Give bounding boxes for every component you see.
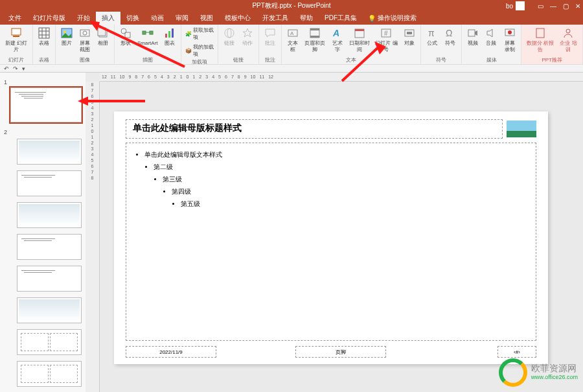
ribbon-display-icon[interactable]: ▭ [538,3,543,10]
header-footer-icon [309,27,321,39]
svg-text:#: # [384,30,388,37]
album-button[interactable]: 相册 [95,26,111,54]
svg-rect-2 [39,28,49,38]
layout-thumbnail-1[interactable] [17,139,82,165]
textbox-button[interactable]: A 文本框 [284,26,301,54]
layout-thumbnail-8[interactable] [17,361,82,387]
minimize-icon[interactable]: — [550,3,556,10]
tab-file[interactable]: 文件 [3,12,27,25]
comment-button[interactable]: 批注 [262,26,279,48]
thumbnail-panel[interactable]: 1 2 [0,73,86,392]
tell-me-label: 操作说明搜索 [378,14,417,23]
wordart-button[interactable]: A 艺术字 [329,26,346,54]
training-label: 企业 培训 [559,40,578,53]
svg-rect-15 [143,31,146,34]
tab-pdf-tools[interactable]: PDF工具集 [319,12,363,25]
undo-icon[interactable]: ↶ [4,65,9,72]
master-thumbnail[interactable] [10,87,82,122]
body-level-4: 第四级 [172,187,527,196]
new-slide-button[interactable]: 新建 幻灯片 [3,26,30,54]
link-label: 链接 [224,40,234,47]
chart-label: 图表 [165,40,175,47]
tab-insert[interactable]: 插入 [96,12,120,25]
body-placeholder[interactable]: 单击此处编辑母版文本样式 第二级 第三级 第四级 第五级 [126,143,536,341]
tab-templates[interactable]: 模板中心 [219,12,257,25]
maximize-icon[interactable]: ▢ [563,3,569,10]
symbol-icon: Ω [444,27,456,39]
tab-view[interactable]: 视图 [194,12,219,25]
equation-label: 公式 [427,40,437,47]
tab-review[interactable]: 审阅 [170,12,194,25]
title-placeholder[interactable]: 单击此处编辑母版标题样式 [126,119,503,139]
window-controls: ▭ — ▢ ✕ [538,3,580,10]
user-area[interactable]: bo [506,1,525,10]
image-placeholder[interactable] [507,121,536,137]
layout-thumbnail-2[interactable] [17,170,82,196]
tell-me-search[interactable]: 💡 操作说明搜索 [368,14,417,23]
textbox-icon: A [287,27,299,39]
quick-access-toolbar: ↶ ↷ ▾ [0,65,583,73]
tab-home[interactable]: 开始 [71,12,96,25]
shapes-button[interactable]: 形状 [117,26,134,48]
datetime-icon [354,27,365,39]
layout-thumbnail-6[interactable] [17,297,82,323]
group-symbols: π 公式 Ω 符号 符号 [421,25,462,64]
symbol-button[interactable]: Ω 符号 [442,26,459,48]
new-slide-icon [10,27,22,39]
tab-transitions[interactable]: 切换 [120,12,145,25]
training-button[interactable]: 企业 培训 [557,26,580,54]
layout-thumbnail-7[interactable] [17,329,82,355]
layout-thumbnail-4[interactable] [17,234,82,260]
layout-thumbnail-5[interactable] [17,266,82,292]
header-footer-label: 页眉和页脚 [304,40,326,53]
equation-button[interactable]: π 公式 [424,26,440,48]
smartart-button[interactable]: SmartArt [135,26,160,48]
canvas-area[interactable]: 1211109876543210123456789101112 87654321… [86,73,583,392]
tab-slide-master[interactable]: 幻灯片母版 [27,12,71,25]
tab-animations[interactable]: 动画 [145,12,170,25]
slide-number-placeholder[interactable]: ‹#› [497,346,536,358]
training-icon [562,27,574,39]
group-comments: 批注 批注 [259,25,282,64]
datetime-button[interactable]: 日期和时间 [347,26,372,54]
svg-marker-23 [243,29,252,37]
avatar[interactable] [516,1,525,10]
slide-number-button[interactable]: # 幻灯片 编号 [373,26,399,54]
watermark-logo-icon [499,358,527,387]
link-button[interactable]: 链接 [221,26,238,48]
video-button[interactable]: 视频 [464,26,481,54]
album-label: 相册 [98,40,108,47]
group-media-label: 媒体 [464,56,519,63]
chart-button[interactable]: 图表 [161,26,178,48]
get-addins-label: 获取加载项 [193,27,214,41]
redo-icon[interactable]: ↷ [13,65,18,72]
object-button[interactable]: 对象 [401,26,418,54]
tab-developer[interactable]: 开发工具 [257,12,294,25]
screenshot-button[interactable]: 屏幕截图 [76,26,93,54]
svg-rect-14 [125,32,130,38]
video-label: 视频 [468,40,478,47]
group-illustrations: 形状 SmartArt 图表 插图 [115,25,181,64]
picture-button[interactable]: 图片 [58,26,75,54]
group-slides: 新建 幻灯片 幻灯片 [0,25,33,64]
my-addins-button[interactable]: 📦我的加载项 [184,43,216,58]
get-addins-button[interactable]: 🧩获取加载项 [184,26,216,41]
footer-placeholder[interactable]: 页脚 [295,346,386,358]
smartart-label: SmartArt [137,40,158,47]
group-addins: 🧩获取加载项 📦我的加载项 加载项 [181,25,219,64]
slide-master-canvas[interactable]: 单击此处编辑母版标题样式 单击此处编辑母版文本样式 第二级 第三级 第四级 第五… [114,111,548,364]
action-button[interactable]: 动作 [239,26,256,48]
table-button[interactable]: 表格 [36,26,52,48]
audio-button[interactable]: 音频 [483,26,499,54]
close-icon[interactable]: ✕ [575,3,580,10]
layout-thumbnail-3[interactable] [17,202,82,228]
data-report-button[interactable]: 数据分 析报告 [524,26,556,54]
screen-recording-button[interactable]: 屏幕 录制 [501,26,519,54]
action-icon [242,27,253,39]
store-icon: 🧩 [185,31,192,37]
qat-dropdown-icon[interactable]: ▾ [22,65,25,72]
tab-help[interactable]: 帮助 [294,12,319,25]
date-placeholder[interactable]: 2022/11/9 [126,346,216,358]
header-footer-button[interactable]: 页眉和页脚 [303,26,328,54]
ribbon: 新建 幻灯片 幻灯片 表格 表格 图片 屏幕截图 相册 [0,25,583,65]
